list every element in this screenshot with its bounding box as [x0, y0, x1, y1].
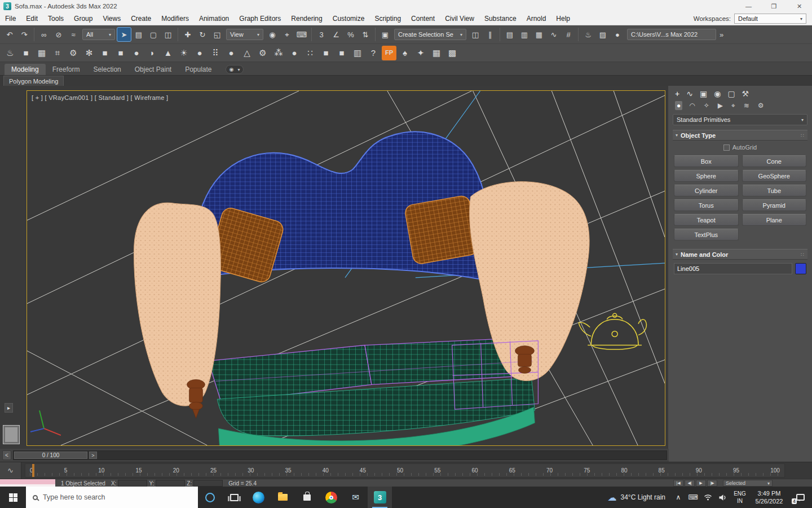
time-slider-track[interactable]: 0 / 100 > — [13, 450, 667, 460]
ribbon-toggle-icon[interactable]: ▦ — [532, 28, 546, 41]
rectangular-selection-icon[interactable]: ▢ — [147, 28, 160, 41]
cone-icon[interactable]: ▲ — [161, 46, 175, 60]
selection-filter-dropdown[interactable]: All▾ — [82, 29, 115, 40]
pyramid-button[interactable]: Pyramid — [742, 199, 807, 211]
sphere-blue-icon[interactable]: ● — [287, 46, 302, 60]
systems-icon[interactable]: ⚙ — [756, 101, 766, 110]
toolbar-overflow-button[interactable]: » — [720, 30, 723, 39]
plugin-red-icon[interactable]: ▦ — [34, 46, 49, 60]
modify-tab-icon[interactable]: ∿ — [686, 90, 693, 98]
previous-frame-button[interactable]: < — [2, 450, 11, 460]
y-coordinate-field[interactable] — [156, 480, 185, 487]
create-tab-icon[interactable]: + — [675, 90, 679, 98]
keys-icon[interactable]: ⌗ — [50, 46, 65, 60]
angle-snap-icon[interactable]: ∠ — [329, 28, 343, 41]
select-by-name-icon[interactable]: ▤ — [132, 28, 145, 41]
menu-item[interactable]: Help — [551, 12, 575, 25]
shell-icon[interactable]: ◗ — [145, 46, 160, 60]
tube-button[interactable]: Tube — [742, 185, 807, 196]
tab-object-paint[interactable]: Object Paint — [128, 64, 178, 75]
workspace-dropdown[interactable]: Default ▾ — [734, 14, 806, 24]
object-type-rollout-header[interactable]: ▾ Object Type ∷ — [673, 130, 807, 141]
menu-item[interactable]: Content — [406, 12, 440, 25]
rendered-frame-icon[interactable]: ▨ — [596, 28, 610, 41]
menu-item[interactable]: Graph Editors — [234, 12, 286, 25]
ribbon-config-button[interactable]: ◉ ▾ — [226, 65, 244, 74]
minimize-button[interactable]: — — [736, 0, 761, 12]
align-icon[interactable]: ∥ — [483, 28, 497, 41]
mini-curve-editor-button[interactable]: ∿ — [0, 462, 21, 479]
polygon-modeling-panel[interactable]: Polygon Modeling — [3, 76, 64, 86]
teapot-icon[interactable]: ♨ — [3, 46, 17, 60]
cylinder-button[interactable]: Cylinder — [674, 185, 739, 196]
teapot-button[interactable]: Teapot — [674, 214, 739, 226]
pyramid-icon[interactable]: △ — [240, 46, 254, 60]
mail-button[interactable]: ✉ — [343, 487, 368, 508]
3ds-max-taskbar-button[interactable]: 3 — [368, 487, 392, 508]
mirror-icon[interactable]: ◫ — [469, 28, 482, 41]
percent-snap-icon[interactable]: % — [344, 28, 358, 41]
textplus-button[interactable]: TextPlus — [674, 229, 739, 240]
sphere-tan-icon[interactable]: ● — [192, 46, 207, 60]
time-slider-handle[interactable]: 0 / 100 — [14, 452, 87, 459]
viewport-label[interactable]: [ + ] [ VRayCam001 ] [ Standard ] [ Wire… — [32, 94, 168, 101]
select-and-move-icon[interactable]: ✚ — [181, 28, 195, 41]
menu-item[interactable]: Create — [126, 12, 156, 25]
project-path-field[interactable]: C:\Users\V...s Max 2022 — [627, 29, 716, 40]
menu-item[interactable]: Tools — [43, 12, 69, 25]
viewport-layout-chip[interactable] — [3, 425, 20, 444]
curve-editor-icon[interactable]: ∿ — [547, 28, 561, 41]
menu-item[interactable]: Modifiers — [156, 12, 194, 25]
help-icon[interactable]: ? — [366, 46, 381, 60]
select-and-scale-icon[interactable]: ◱ — [210, 28, 224, 41]
action-center-button[interactable]: 4 — [788, 487, 812, 508]
select-object-icon[interactable]: ➤ — [117, 28, 131, 41]
gears-icon[interactable]: ⚙ — [66, 46, 81, 60]
use-pivot-point-icon[interactable]: ◉ — [266, 28, 279, 41]
playhead[interactable] — [32, 464, 34, 477]
menu-item[interactable]: Civil View — [440, 12, 479, 25]
tools-icon[interactable]: ✦ — [413, 46, 428, 60]
go-to-start-icon[interactable]: |◀ — [673, 480, 683, 487]
cell-green-icon[interactable]: ▩ — [445, 46, 460, 60]
object-name-field[interactable] — [674, 263, 792, 274]
search-input[interactable] — [43, 493, 173, 501]
show-hidden-icons-button[interactable]: ∧ — [671, 487, 686, 508]
monitor-purple-icon[interactable]: ■ — [319, 46, 333, 60]
menu-item[interactable]: Customize — [328, 12, 370, 25]
menu-item[interactable]: Scripting — [369, 12, 406, 25]
file-explorer-button[interactable] — [271, 487, 295, 508]
store-button[interactable] — [295, 487, 319, 508]
utilities-tab-icon[interactable]: ⚒ — [742, 90, 749, 98]
reference-coordinate-dropdown[interactable]: View▾ — [226, 29, 263, 40]
clock[interactable]: 3:49 PM 5/26/2022 — [750, 489, 788, 506]
tab-populate[interactable]: Populate — [178, 64, 218, 75]
window-crossing-icon[interactable]: ◫ — [161, 28, 175, 41]
z-coordinate-field[interactable] — [193, 480, 223, 487]
lights-icon[interactable]: ✧ — [702, 101, 711, 110]
redo-icon[interactable]: ↷ — [17, 28, 31, 41]
menu-item[interactable]: File — [0, 12, 21, 25]
expand-arrow-button[interactable]: ▸ — [5, 403, 13, 413]
object-color-swatch[interactable] — [795, 263, 806, 274]
box-button[interactable]: Box — [674, 155, 739, 167]
taskbar-search[interactable] — [26, 487, 198, 508]
grass-icon[interactable]: ⁂ — [271, 46, 286, 60]
rounded-box-icon[interactable]: ■ — [113, 46, 128, 60]
gear-blue-icon[interactable]: ⚙ — [255, 46, 270, 60]
display-tab-icon[interactable]: ▢ — [727, 90, 735, 98]
maxscript-mini-listener[interactable] — [0, 479, 55, 487]
fp-icon[interactable]: FP — [382, 46, 396, 60]
sun-light-icon[interactable]: ☀ — [176, 46, 191, 60]
shapes-icon[interactable]: ◠ — [687, 101, 696, 110]
menu-item[interactable]: Group — [69, 12, 98, 25]
menu-item[interactable]: Views — [98, 12, 126, 25]
select-and-manipulate-icon[interactable]: ⌖ — [280, 28, 294, 41]
touch-keyboard-icon[interactable]: ⌨ — [686, 487, 700, 508]
menu-item[interactable]: Arnold — [522, 12, 551, 25]
space-warps-icon[interactable]: ≋ — [742, 101, 751, 110]
torus-button[interactable]: Torus — [674, 199, 739, 211]
next-frame-button[interactable]: > — [89, 452, 97, 459]
spindle-icon[interactable]: ✻ — [82, 46, 96, 60]
prev-frame-icon[interactable]: ◀| — [685, 480, 695, 487]
